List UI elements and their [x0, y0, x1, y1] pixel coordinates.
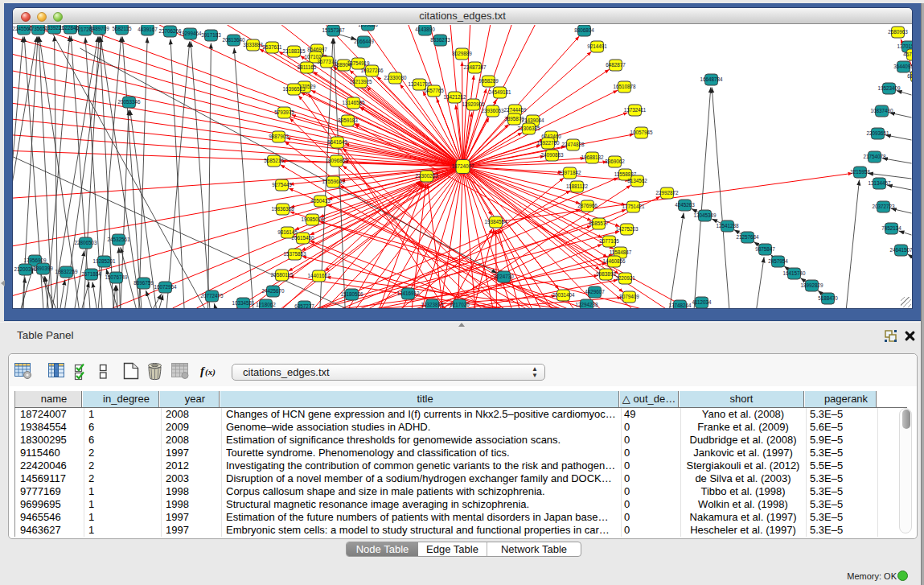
svg-text:8685577: 8685577: [589, 220, 609, 226]
svg-text:2580963: 2580963: [888, 29, 908, 35]
svg-text:17559643: 17559643: [322, 179, 345, 184]
svg-text:13045349: 13045349: [693, 212, 717, 218]
svg-text:1890399: 1890399: [33, 266, 53, 271]
svg-text:22474828: 22474828: [561, 142, 585, 147]
svg-text:9275445: 9275445: [272, 182, 292, 187]
svg-text:14401657: 14401657: [307, 273, 331, 278]
svg-text:20372723: 20372723: [872, 204, 895, 209]
svg-text:22306335: 22306335: [517, 126, 540, 131]
svg-text:6128503: 6128503: [907, 73, 912, 79]
svg-text:4679214: 4679214: [903, 51, 912, 57]
svg-text:8029889: 8029889: [452, 51, 472, 56]
svg-text:12541238: 12541238: [716, 223, 739, 229]
svg-text:4050413: 4050413: [310, 198, 331, 204]
svg-text:19688132: 19688132: [581, 154, 604, 160]
svg-text:15375853: 15375853: [283, 251, 306, 257]
svg-text:16648784: 16648784: [700, 76, 723, 82]
svg-text:24425670: 24425670: [261, 288, 285, 294]
svg-text:8806804: 8806804: [574, 27, 594, 33]
svg-text:9983893: 9983893: [596, 271, 616, 277]
svg-text:10323815: 10323815: [421, 302, 444, 307]
svg-text:22093651: 22093651: [866, 130, 889, 136]
svg-text:17956909: 17956909: [23, 257, 47, 263]
svg-text:5641643: 5641643: [327, 139, 347, 145]
svg-text:17751421: 17751421: [622, 204, 645, 209]
svg-text:8359183: 8359183: [338, 117, 358, 123]
svg-text:2077105: 2077105: [599, 238, 619, 244]
svg-text:3215958: 3215958: [850, 169, 870, 175]
svg-text:13732411: 13732411: [624, 107, 647, 113]
svg-text:15180586: 15180586: [340, 291, 363, 297]
svg-text:21754078: 21754078: [863, 154, 886, 159]
svg-text:20031404: 20031404: [552, 292, 575, 298]
svg-text:8134562: 8134562: [627, 178, 647, 183]
svg-text:13146585: 13146585: [342, 100, 365, 105]
svg-text:3917183: 3917183: [201, 32, 221, 38]
svg-text:5793975: 5793975: [274, 109, 294, 115]
svg-text:10057945: 10057945: [630, 130, 653, 135]
svg-text:19285201: 19285201: [92, 258, 116, 264]
svg-text:4429607: 4429607: [585, 289, 605, 295]
svg-text:19832259: 19832259: [55, 269, 78, 274]
svg-text:4143890: 4143890: [415, 27, 435, 32]
svg-text:6482877: 6482877: [606, 62, 626, 68]
svg-text:19836388: 19836388: [271, 206, 294, 212]
svg-text:3644095: 3644095: [893, 64, 912, 69]
svg-text:8336273: 8336273: [430, 37, 450, 43]
svg-text:9214491: 9214491: [587, 43, 607, 49]
svg-text:8079409: 8079409: [619, 294, 639, 299]
svg-text:5685216: 5685216: [264, 158, 284, 163]
svg-text:12416912: 12416912: [396, 290, 420, 296]
svg-text:19523409: 19523409: [877, 85, 901, 91]
svg-text:2457954: 2457954: [768, 258, 788, 264]
svg-text:13421212: 13421212: [443, 94, 466, 100]
svg-text:20615450: 20615450: [291, 235, 314, 241]
svg-text:8489709: 8489709: [89, 26, 109, 31]
svg-text:8224730: 8224730: [494, 274, 514, 279]
svg-text:8369062: 8369062: [605, 159, 625, 164]
svg-text:9887903: 9887903: [269, 134, 289, 139]
svg-text:1218062: 1218062: [256, 302, 276, 307]
svg-text:9875847: 9875847: [755, 246, 775, 252]
svg-text:23936053: 23936053: [481, 108, 504, 113]
svg-text:23300203: 23300203: [415, 173, 438, 179]
svg-text:16396513: 16396513: [282, 86, 306, 92]
svg-text:3333883: 3333883: [243, 42, 263, 47]
svg-text:5682115: 5682115: [112, 26, 132, 31]
svg-text:21439044: 21439044: [521, 117, 544, 123]
svg-text:19085076: 19085076: [301, 216, 324, 222]
svg-text:7671884: 7671884: [81, 271, 101, 277]
svg-text:16213925: 16213925: [349, 79, 372, 84]
svg-text:24549181: 24549181: [488, 89, 511, 95]
svg-text:16510878: 16510878: [613, 84, 636, 89]
svg-text:22992872: 22992872: [655, 190, 679, 196]
svg-text:10837430: 10837430: [870, 108, 893, 113]
svg-text:12294238: 12294238: [575, 302, 598, 307]
svg-text:24090883: 24090883: [540, 152, 564, 158]
svg-text:10327246: 10327246: [360, 68, 384, 73]
svg-text:14460856: 14460856: [602, 258, 626, 264]
svg-text:13701506: 13701506: [897, 43, 912, 49]
svg-text:22330030: 22330030: [384, 75, 407, 80]
svg-text:23188315: 23188315: [282, 48, 306, 54]
svg-text:2066449: 2066449: [354, 39, 374, 44]
svg-text:(x): (x): [205, 367, 216, 377]
svg-text:18922760: 18922760: [536, 140, 560, 146]
svg-text:16072954: 16072954: [154, 284, 177, 290]
svg-text:18724007: 18724007: [451, 163, 474, 169]
svg-text:4245263: 4245263: [675, 202, 695, 208]
svg-text:15157347: 15157347: [322, 27, 345, 33]
svg-text:9816145: 9816145: [277, 229, 298, 235]
svg-text:20813640: 20813640: [222, 37, 245, 43]
svg-text:20772475: 20772475: [200, 293, 224, 299]
svg-text:23971842: 23971842: [558, 170, 581, 175]
svg-text:20053346: 20053346: [117, 99, 141, 105]
svg-text:20580115: 20580115: [271, 272, 294, 278]
svg-text:2537611: 2537611: [262, 44, 282, 50]
svg-text:12920906: 12920906: [462, 101, 485, 107]
svg-text:6357277: 6357277: [294, 303, 314, 308]
svg-text:22806503: 22806503: [74, 240, 97, 245]
svg-text:3220921: 3220921: [615, 275, 635, 281]
svg-text:6457765: 6457765: [424, 88, 444, 93]
svg-text:8396759: 8396759: [133, 280, 154, 286]
